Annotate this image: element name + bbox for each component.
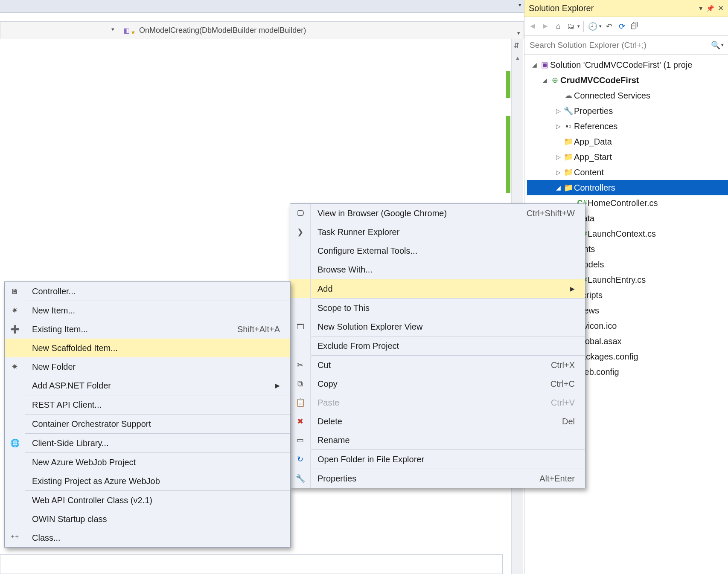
tree-node[interactable]: ☁Connected Services — [527, 88, 728, 103]
menu-item[interactable]: ❯Task Runner Explorer — [290, 223, 585, 241]
menu-item[interactable]: 🖵View in Browser (Google Chrome)Ctrl+Shi… — [290, 204, 585, 223]
menu-item[interactable]: OWIN Startup class — [5, 510, 290, 528]
menu-item[interactable]: ⧉CopyCtrl+C — [290, 374, 585, 393]
split-sync-icon[interactable]: ⇵ — [513, 41, 519, 50]
existitem-icon: ➕ — [5, 320, 25, 339]
menu-item[interactable]: Add▶ — [290, 279, 585, 298]
menu-item: 📋PasteCtrl+V — [290, 393, 585, 412]
menu-item[interactable]: ⁺⁺Class... — [5, 528, 290, 547]
menu-item[interactable]: ▭Rename — [290, 431, 585, 449]
tab-overflow-icon[interactable]: ▾ — [518, 2, 521, 8]
menu-item[interactable]: 🔧PropertiesAlt+Enter — [290, 469, 585, 488]
menu-item[interactable]: Web API Controller Class (v2.1) — [5, 491, 290, 510]
tree-node-label: Properties — [574, 103, 613, 119]
caret-right-icon: ❯ — [290, 223, 311, 241]
tree-node[interactable]: ▷📁Content — [527, 165, 728, 180]
menu-item-label: Container Orchestrator Support — [25, 419, 280, 429]
bottom-input-box[interactable] — [0, 554, 503, 574]
expand-caret-icon[interactable]: ◢ — [553, 180, 563, 195]
undo-icon[interactable]: ↶ — [603, 21, 614, 32]
expand-caret-icon[interactable]: ▷ — [553, 103, 563, 119]
menu-item[interactable]: Browse With... — [290, 260, 585, 279]
search-options-icon[interactable]: ▾ — [721, 42, 724, 48]
delete-icon: ✖ — [290, 412, 311, 431]
menu-item-label: Copy — [311, 379, 538, 389]
menu-item[interactable]: ✖DeleteDel — [290, 412, 585, 431]
tree-node[interactable]: ◢📁Controllers — [527, 180, 728, 195]
add-submenu[interactable]: 🗎Controller...✷New Item...➕Existing Item… — [4, 281, 291, 548]
method-icon: ◧ — [123, 26, 130, 35]
expand-caret-icon[interactable]: ▷ — [553, 119, 563, 134]
menu-item[interactable]: ✷New Folder — [5, 357, 290, 376]
menu-item[interactable]: Add ASP.NET Folder▶ — [5, 376, 290, 395]
blank-icon — [290, 260, 311, 279]
menu-shortcut: Ctrl+Shift+W — [514, 209, 575, 218]
solution-node[interactable]: ◢ ▣ Solution 'CrudMVCCodeFirst' (1 proje — [527, 57, 728, 72]
menu-item-label: OWIN Startup class — [25, 514, 280, 524]
menu-item[interactable]: Configure External Tools... — [290, 241, 585, 260]
menu-item[interactable]: Scope to This — [290, 299, 585, 317]
back-icon[interactable]: ◄ — [527, 21, 538, 32]
blank-icon — [5, 472, 25, 490]
sync-with-active-icon[interactable]: 🗂 — [565, 21, 577, 32]
tree-node[interactable]: ▷▪▫References — [527, 119, 728, 134]
newfolder-icon: ✷ — [5, 357, 25, 376]
home-icon[interactable]: ⌂ — [553, 21, 564, 32]
panel-title: Solution Explorer — [529, 3, 696, 13]
tree-node-label: App_Start — [574, 149, 612, 165]
project-icon: ⊕ — [549, 72, 560, 88]
tree-node-label: LaunchEntry.cs — [588, 272, 646, 287]
scope-dropdown[interactable] — [0, 22, 118, 39]
expand-caret-icon[interactable]: ▷ — [553, 149, 563, 165]
menu-item[interactable]: ✷New Item... — [5, 301, 290, 320]
solution-search[interactable]: 🔍 ▾ — [524, 36, 728, 55]
browser-icon: 🖵 — [290, 204, 311, 223]
menu-item[interactable]: Exclude From Project — [290, 336, 585, 355]
menu-item[interactable]: REST API Client... — [5, 395, 290, 414]
window-position-icon[interactable]: ▾ — [699, 5, 703, 12]
folder-icon: 📁 — [563, 134, 574, 149]
menu-item[interactable]: Existing Project as Azure WebJob — [5, 472, 290, 490]
submenu-arrow-icon: ▶ — [562, 285, 575, 292]
menu-item[interactable]: 🗎Controller... — [5, 282, 290, 301]
tree-node[interactable]: ▷📁App_Start — [527, 149, 728, 165]
panel-titlebar[interactable]: Solution Explorer ▾ 📌 ✕ — [524, 0, 728, 17]
menu-shortcut: Alt+Enter — [527, 474, 575, 484]
solution-search-input[interactable] — [529, 40, 709, 50]
close-icon[interactable]: ✕ — [718, 5, 724, 12]
refresh-icon[interactable]: ⟳ — [616, 21, 627, 32]
search-icon[interactable]: 🔍 — [711, 41, 720, 50]
copy-icon: ⧉ — [290, 374, 311, 393]
forward-icon[interactable]: ► — [540, 21, 551, 32]
globe-icon: 🌐 — [5, 434, 25, 452]
menu-item-label: New Item... — [25, 306, 280, 316]
blank-icon — [290, 336, 311, 355]
menu-item-label: Cut — [311, 360, 538, 370]
scroll-up-icon[interactable]: ▲ — [515, 55, 521, 61]
member-dropdown[interactable]: ◧★ OnModelCreating(DbModelBuilder modelB… — [118, 26, 524, 35]
menu-item[interactable]: New Azure WebJob Project — [5, 453, 290, 472]
menu-item[interactable]: Container Orchestrator Support — [5, 415, 290, 433]
menu-item-label: Scope to This — [311, 303, 575, 313]
pin-icon[interactable]: 📌 — [706, 5, 714, 12]
menu-item[interactable]: 🌐Client-Side Library... — [5, 434, 290, 452]
expand-caret-icon[interactable]: ▷ — [553, 165, 563, 180]
tree-node-label: Content — [574, 165, 604, 180]
menu-item-label: Delete — [311, 417, 549, 426]
menu-item[interactable]: New Scaffolded Item... — [5, 339, 290, 357]
show-all-files-icon[interactable]: 🗐 — [629, 21, 640, 32]
editor-tab-strip[interactable]: ▾ — [0, 0, 524, 13]
menu-item-label: Class... — [25, 533, 280, 543]
rename-icon: ▭ — [290, 431, 311, 449]
menu-item-label: View in Browser (Google Chrome) — [311, 209, 514, 218]
menu-item[interactable]: ↻Open Folder in File Explorer — [290, 450, 585, 469]
tree-node[interactable]: ▷🔧Properties — [527, 103, 728, 119]
menu-item[interactable]: 🗔New Solution Explorer View — [290, 317, 585, 336]
tree-node[interactable]: 📁App_Data — [527, 134, 728, 149]
history-icon[interactable]: 🕘 — [587, 21, 598, 32]
context-menu[interactable]: 🖵View in Browser (Google Chrome)Ctrl+Shi… — [290, 203, 585, 488]
blank-icon — [5, 415, 25, 433]
menu-item[interactable]: ✂CutCtrl+X — [290, 356, 585, 374]
project-node[interactable]: ◢ ⊕ CrudMVCCodeFirst — [527, 72, 728, 88]
menu-item[interactable]: ➕Existing Item...Shift+Alt+A — [5, 320, 290, 339]
